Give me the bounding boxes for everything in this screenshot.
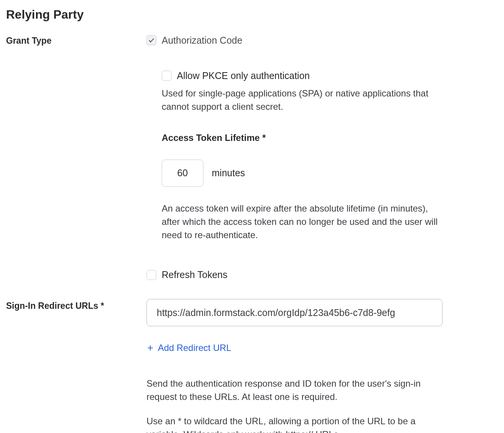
signin-redirect-label: Sign-In Redirect URLs * xyxy=(6,299,146,312)
add-redirect-url-label: Add Redirect URL xyxy=(158,341,231,354)
redirect-url-input[interactable] xyxy=(146,299,443,326)
plus-icon xyxy=(146,344,154,352)
pkce-help-text: Used for single-page applications (SPA) … xyxy=(162,87,443,114)
redirect-help-text-1: Send the authentication response and ID … xyxy=(146,377,443,404)
authorization-code-checkbox[interactable] xyxy=(146,35,156,45)
section-title: Relying Party xyxy=(6,6,498,23)
refresh-tokens-option: Refresh Tokens xyxy=(146,268,443,281)
grant-type-row: Grant Type Authorization Code Allow PKCE… xyxy=(6,34,498,282)
access-token-help-text: An access token will expire after the ab… xyxy=(162,202,443,242)
signin-redirect-row: Sign-In Redirect URLs * Add Redirect URL… xyxy=(6,299,498,433)
pkce-option: Allow PKCE only authentication xyxy=(162,69,443,82)
redirect-help-text-2: Use an * to wildcard the URL, allowing a… xyxy=(146,415,443,433)
pkce-checkbox[interactable] xyxy=(162,71,172,81)
authorization-code-option: Authorization Code xyxy=(146,34,443,47)
authorization-code-label: Authorization Code xyxy=(162,34,243,47)
grant-type-label: Grant Type xyxy=(6,34,146,47)
pkce-label: Allow PKCE only authentication xyxy=(177,69,310,82)
access-token-lifetime-input[interactable] xyxy=(162,160,203,187)
check-icon xyxy=(148,37,155,44)
add-redirect-url-button[interactable]: Add Redirect URL xyxy=(146,341,231,354)
refresh-tokens-checkbox[interactable] xyxy=(146,270,156,280)
refresh-tokens-label: Refresh Tokens xyxy=(162,268,227,281)
access-token-lifetime-unit: minutes xyxy=(212,166,245,180)
access-token-lifetime-title: Access Token Lifetime * xyxy=(162,131,443,144)
